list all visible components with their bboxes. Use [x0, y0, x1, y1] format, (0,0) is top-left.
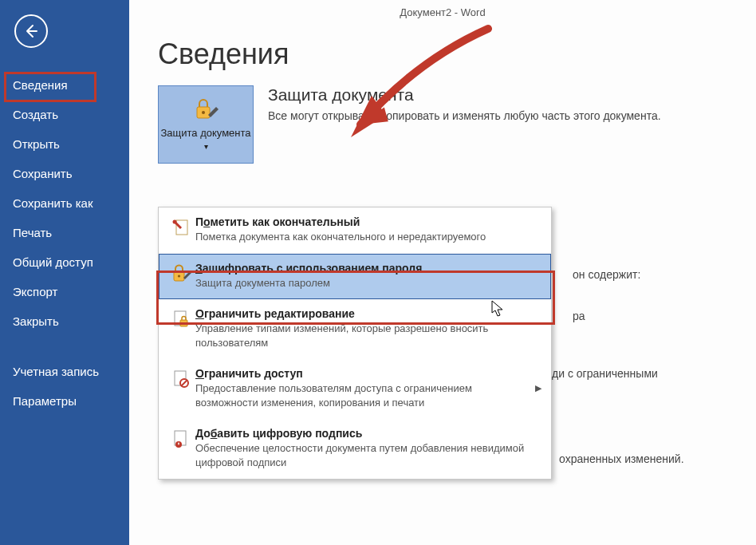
- menu-item-title: Пометить как окончательный: [195, 215, 541, 228]
- sidebar-item-open[interactable]: Открыть: [0, 129, 129, 159]
- sidebar-item-share[interactable]: Общий доступ: [0, 247, 129, 277]
- back-button[interactable]: [14, 14, 48, 48]
- protect-description: Все могут открывать, копировать и изменя…: [268, 109, 661, 122]
- menu-item-desc: Пометка документа как окончательного и н…: [195, 230, 541, 244]
- app-root: Сведения Создать Открыть Сохранить Сохра…: [0, 0, 756, 545]
- menu-item-restrict-editing[interactable]: Ограничить редактирование Управление тип…: [159, 299, 551, 359]
- menu-item-title: Добавить цифровую подпись: [195, 427, 541, 440]
- back-arrow-icon: [23, 23, 39, 39]
- document-restrict-icon: [168, 367, 195, 389]
- menu-item-restrict-access[interactable]: Ограничить доступ Предоставление пользов…: [159, 359, 551, 419]
- menu-item-title: Ограничить доступ: [195, 367, 530, 380]
- sidebar-item-options[interactable]: Параметры: [0, 386, 129, 416]
- menu-item-desc: Предоставление пользователям доступа с о…: [195, 381, 530, 409]
- sidebar-item-account[interactable]: Учетная запись: [0, 357, 129, 386]
- lock-key-icon: [192, 97, 219, 124]
- menu-item-title: Ограничить редактирование: [195, 307, 541, 320]
- protect-document-menu: Пометить как окончательный Пометка докум…: [158, 207, 552, 480]
- sidebar-item-info[interactable]: Сведения: [0, 70, 129, 100]
- bg-text-fragment: он содержит:: [573, 268, 640, 281]
- sidebar-item-close[interactable]: Закрыть: [0, 306, 129, 336]
- menu-item-encrypt-password[interactable]: Зашифровать с использованием пароля Защи…: [159, 254, 551, 300]
- sidebar-item-save[interactable]: Сохранить: [0, 159, 129, 188]
- svg-point-3: [173, 220, 177, 224]
- bg-text-fragment: ди с ограниченными: [552, 367, 658, 380]
- backstage-sidebar: Сведения Создать Открыть Сохранить Сохра…: [0, 0, 129, 545]
- menu-item-add-signature[interactable]: Добавить цифровую подпись Обеспечение це…: [159, 419, 551, 479]
- svg-point-5: [178, 274, 180, 277]
- mark-final-icon: [168, 215, 195, 238]
- menu-item-desc: Защита документа паролем: [195, 276, 541, 290]
- page-title: Сведения: [129, 18, 756, 85]
- sidebar-item-print[interactable]: Печать: [0, 218, 129, 247]
- document-lock-icon: [168, 307, 195, 330]
- svg-rect-7: [180, 320, 187, 326]
- bg-text-fragment: ра: [573, 310, 585, 322]
- submenu-arrow-icon: ▶: [530, 383, 541, 393]
- protect-heading: Защита документа: [268, 85, 661, 105]
- lock-key-icon: [168, 262, 195, 284]
- menu-item-mark-final[interactable]: Пометить как окончательный Пометка докум…: [159, 207, 551, 254]
- protect-button-label: Защита документа: [159, 127, 253, 152]
- protect-section: Защита документа Защита документа Все мо…: [129, 85, 756, 164]
- content-area: Документ2 - Word Сведения Защита докумен…: [129, 0, 756, 545]
- svg-point-1: [202, 111, 205, 114]
- menu-item-desc: Управление типами изменений, которые раз…: [195, 322, 541, 350]
- sidebar-item-export[interactable]: Экспорт: [0, 277, 129, 306]
- window-title: Документ2 - Word: [129, 0, 756, 18]
- bg-text-fragment: охраненных изменений.: [559, 452, 684, 465]
- protect-info: Защита документа Все могут открывать, ко…: [254, 85, 661, 122]
- sidebar-item-saveas[interactable]: Сохранить как: [0, 188, 129, 218]
- document-signature-icon: [168, 427, 195, 449]
- sidebar-item-new[interactable]: Создать: [0, 100, 129, 129]
- protect-document-button[interactable]: Защита документа: [158, 85, 254, 164]
- menu-item-desc: Обеспечение целостности документа путем …: [195, 441, 541, 469]
- menu-item-title: Зашифровать с использованием пароля: [195, 262, 541, 274]
